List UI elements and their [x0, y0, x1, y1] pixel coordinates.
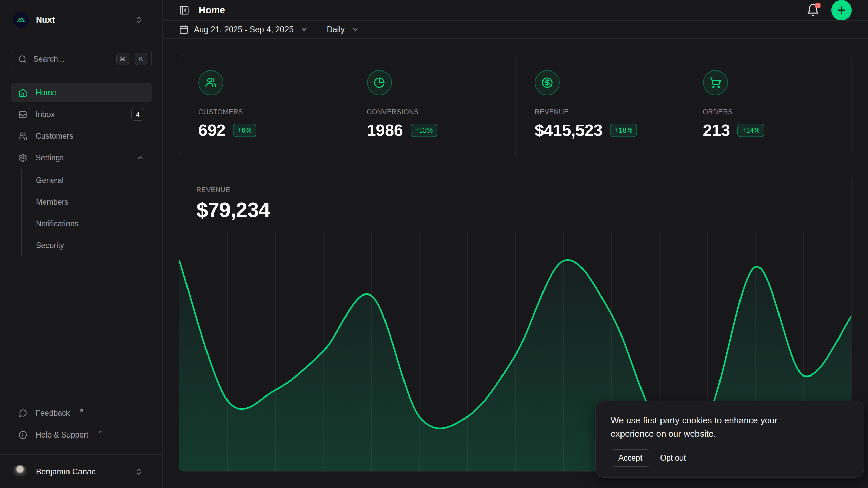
- sidebar-item-general[interactable]: General: [22, 169, 152, 191]
- sidebar-item-label: Home: [36, 88, 144, 97]
- date-range-button[interactable]: Aug 21, 2025 - Sep 4, 2025: [179, 25, 308, 34]
- sidebar-item-notifications[interactable]: Notifications: [22, 213, 152, 235]
- sidebar-item-security[interactable]: Security: [22, 235, 152, 256]
- granularity-label: Daily: [327, 25, 345, 34]
- notification-dot: [815, 3, 821, 8]
- external-link-icon: [79, 408, 84, 413]
- sidebar-collapse-button[interactable]: [179, 5, 189, 15]
- stat-delta-badge: +14%: [737, 124, 765, 137]
- calendar-icon: [179, 25, 189, 34]
- page-header: Home: [163, 0, 868, 21]
- date-range-label: Aug 21, 2025 - Sep 4, 2025: [194, 25, 294, 34]
- cookie-banner: We use first-party cookies to enhance yo…: [595, 401, 864, 478]
- help-support-label: Help & Support: [36, 430, 88, 440]
- stat-orders[interactable]: ORDERS 213 +14%: [684, 55, 852, 157]
- chevrons-up-down-icon: [135, 468, 143, 476]
- workspace-name: Nuxt: [36, 15, 128, 25]
- feedback-link[interactable]: Feedback: [11, 402, 152, 424]
- users-icon: [198, 70, 223, 95]
- cookie-message: We use first-party cookies to enhance yo…: [611, 413, 814, 441]
- gear-icon: [18, 153, 27, 162]
- stat-conversions[interactable]: CONVERSIONS 1986 +13%: [348, 55, 516, 157]
- chevron-up-icon: [137, 154, 144, 161]
- sidebar: Nuxt Search... ⌘ K Home: [0, 0, 163, 488]
- chevron-down-icon: [352, 26, 359, 33]
- search-placeholder: Search...: [33, 55, 110, 64]
- user-name: Benjamin Canac: [36, 467, 126, 476]
- revenue-chart-value: $79,234: [196, 198, 834, 222]
- sidebar-item-label: Settings: [36, 153, 129, 162]
- chevrons-up-down-icon: [135, 16, 143, 24]
- stats-row: CUSTOMERS 692 +6% CONVERSIONS 1986 +13%: [179, 55, 852, 157]
- kbd-k: K: [135, 53, 147, 65]
- stat-label: CONVERSIONS: [367, 108, 497, 116]
- stat-delta-badge: +13%: [411, 124, 438, 137]
- stat-value: 692: [198, 121, 225, 140]
- stat-value: $415,523: [535, 121, 603, 140]
- inbox-count-badge: 4: [131, 108, 144, 121]
- main-panel: Home Aug 21, 2025: [163, 0, 868, 488]
- page-header-left: Home: [179, 5, 225, 16]
- sidebar-item-home[interactable]: Home: [11, 83, 152, 102]
- cookie-accept-button[interactable]: Accept: [611, 449, 650, 467]
- chevron-down-icon: [300, 26, 308, 33]
- avatar: [13, 465, 27, 479]
- user-menu-button[interactable]: Benjamin Canac: [11, 462, 152, 482]
- users-icon: [18, 131, 27, 141]
- search-icon: [18, 55, 27, 64]
- sidebar-item-inbox[interactable]: Inbox 4: [11, 104, 152, 124]
- help-support-link[interactable]: Help & Support: [11, 424, 152, 446]
- granularity-select[interactable]: Daily: [327, 25, 359, 34]
- nuxt-logo: [13, 12, 29, 28]
- settings-subnav-wrap: General Members Notifications Security: [11, 169, 152, 256]
- pie-chart-icon: [367, 70, 392, 95]
- sidebar-item-label: Inbox: [36, 110, 123, 119]
- plus-icon: [836, 5, 847, 16]
- search-input[interactable]: Search... ⌘ K: [11, 49, 152, 69]
- external-link-icon: [97, 430, 103, 435]
- revenue-chart-label: REVENUE: [196, 186, 834, 194]
- circle-dollar-icon: [535, 70, 560, 95]
- cookie-actions: Accept Opt out: [611, 449, 849, 467]
- feedback-label: Feedback: [36, 409, 70, 418]
- stat-delta-badge: +6%: [233, 124, 256, 137]
- sidebar-item-label: Customers: [36, 131, 144, 141]
- filters-toolbar: Aug 21, 2025 - Sep 4, 2025 Daily: [163, 21, 868, 39]
- user-section: Benjamin Canac: [0, 454, 162, 488]
- cookie-optout-button[interactable]: Opt out: [655, 450, 691, 466]
- stat-label: CUSTOMERS: [198, 108, 329, 116]
- settings-subnav: General Members Notifications Security: [21, 169, 152, 256]
- info-circle-icon: [18, 430, 27, 440]
- message-bubble-icon: [18, 409, 27, 418]
- revenue-chart-header: REVENUE $79,234: [179, 174, 851, 222]
- stat-delta-badge: +18%: [610, 124, 637, 137]
- inbox-icon: [18, 110, 27, 119]
- stat-value: 213: [703, 121, 730, 140]
- sidebar-item-settings[interactable]: Settings: [11, 148, 152, 167]
- sidebar-nav: Home Inbox 4 Customers: [11, 83, 152, 258]
- stat-label: ORDERS: [703, 108, 833, 116]
- sidebar-item-members[interactable]: Members: [22, 191, 152, 213]
- page-title: Home: [199, 5, 225, 16]
- stat-customers[interactable]: CUSTOMERS 692 +6%: [179, 55, 348, 157]
- sidebar-item-customers[interactable]: Customers: [11, 126, 152, 146]
- kbd-command: ⌘: [116, 53, 129, 65]
- notifications-button[interactable]: [806, 3, 820, 17]
- stat-value: 1986: [367, 121, 403, 140]
- stat-revenue[interactable]: REVENUE $415,523 +18%: [515, 55, 684, 157]
- home-icon: [18, 88, 27, 97]
- workspace-switcher[interactable]: Nuxt: [11, 10, 152, 29]
- add-button[interactable]: [831, 0, 852, 20]
- page-header-right: [806, 0, 852, 20]
- shopping-cart-icon: [703, 70, 728, 95]
- sidebar-footer: Feedback Help & Support: [11, 402, 152, 454]
- stat-label: REVENUE: [535, 108, 665, 116]
